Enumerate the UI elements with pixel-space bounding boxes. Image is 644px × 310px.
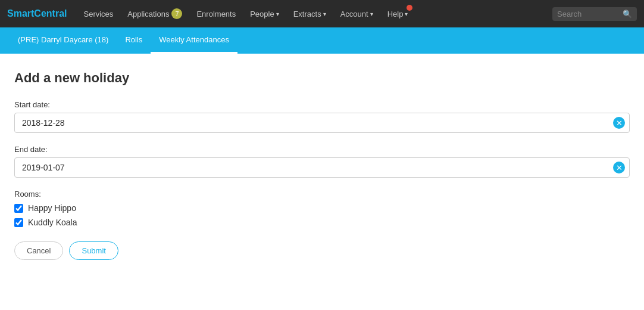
room-happy-hippo-checkbox[interactable] [14, 204, 23, 213]
help-arrow-icon: ▾ [405, 11, 408, 17]
nav-label-enrolments: Enrolments [196, 10, 236, 18]
nav-item-applications[interactable]: Applications 7 [120, 0, 189, 27]
start-date-clear-button[interactable]: ✕ [613, 117, 625, 129]
submit-button[interactable]: Submit [69, 241, 118, 260]
nav-item-enrolments[interactable]: Enrolments [189, 0, 243, 27]
subnav-label-darryl: (PRE) Darryl Daycare (18) [18, 35, 108, 44]
account-arrow-icon: ▾ [370, 11, 373, 17]
extracts-arrow-icon: ▾ [323, 11, 326, 17]
help-notification-dot [407, 5, 412, 11]
start-date-group: Start date: ✕ [14, 100, 630, 133]
nav-label-account: Account [340, 10, 368, 18]
nav-item-services[interactable]: Services [76, 0, 120, 27]
search-box: 🔍 [552, 7, 637, 21]
start-date-input[interactable] [14, 113, 630, 133]
nav-item-help[interactable]: Help ▾ [380, 0, 415, 27]
nav-label-services: Services [83, 10, 113, 18]
subnav-label-rolls: Rolls [125, 35, 142, 44]
end-date-clear-button[interactable]: ✕ [613, 162, 625, 173]
nav-label-help: Help [387, 10, 404, 18]
top-nav: SmartCentral Services Applications 7 Enr… [0, 0, 644, 27]
subnav-label-weekly: Weekly Attendances [159, 35, 229, 44]
room-happy-hippo: Happy Hippo [14, 203, 630, 213]
nav-label-people: People [250, 10, 274, 18]
end-date-wrapper: ✕ [14, 157, 630, 178]
rooms-label: Rooms: [14, 190, 630, 199]
main-content: Add a new holiday Start date: ✕ End date… [0, 54, 644, 310]
nav-item-account[interactable]: Account ▾ [333, 0, 380, 27]
end-date-input[interactable] [14, 157, 630, 178]
search-icon: 🔍 [623, 10, 632, 18]
start-date-wrapper: ✕ [14, 113, 630, 133]
subnav-item-darryl[interactable]: (PRE) Darryl Daycare (18) [10, 27, 117, 54]
search-input[interactable] [557, 10, 623, 18]
end-date-group: End date: ✕ [14, 145, 630, 178]
nav-label-applications: Applications [127, 10, 169, 18]
subnav-item-weekly[interactable]: Weekly Attendances [151, 27, 237, 54]
cancel-button[interactable]: Cancel [14, 241, 63, 260]
nav-items: Services Applications 7 Enrolments Peopl… [76, 0, 552, 27]
nav-item-people[interactable]: People ▾ [243, 0, 286, 27]
page-title: Add a new holiday [14, 70, 630, 86]
nav-item-extracts[interactable]: Extracts ▾ [286, 0, 333, 27]
start-date-label: Start date: [14, 100, 630, 109]
brand-logo[interactable]: SmartCentral [7, 8, 67, 19]
nav-label-extracts: Extracts [293, 10, 321, 18]
sub-nav: (PRE) Darryl Daycare (18) Rolls Weekly A… [0, 27, 644, 54]
button-row: Cancel Submit [14, 241, 630, 260]
room-kuddly-koala-label: Kuddly Koala [28, 218, 77, 227]
room-happy-hippo-label: Happy Hippo [28, 203, 76, 213]
subnav-item-rolls[interactable]: Rolls [117, 27, 151, 54]
rooms-group: Rooms: Happy Hippo Kuddly Koala [14, 190, 630, 227]
room-kuddly-koala-checkbox[interactable] [14, 218, 23, 227]
people-arrow-icon: ▾ [276, 11, 279, 17]
end-date-label: End date: [14, 145, 630, 154]
room-kuddly-koala: Kuddly Koala [14, 218, 630, 227]
applications-badge: 7 [171, 8, 182, 19]
